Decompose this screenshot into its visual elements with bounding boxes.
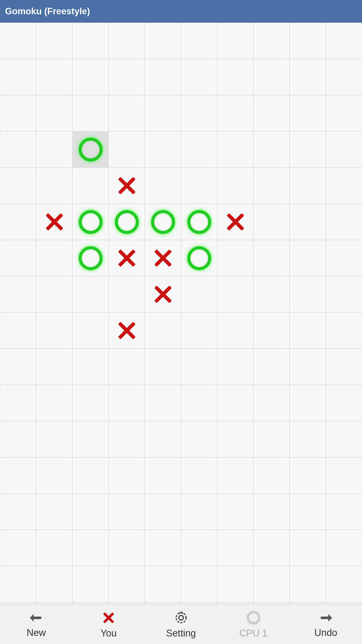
setting-button[interactable]: Setting xyxy=(145,604,217,644)
piece-7 xyxy=(217,204,253,240)
cpu-label: CPU 1 xyxy=(239,628,267,639)
piece-12 xyxy=(145,276,181,312)
gear-icon xyxy=(173,610,189,626)
piece-4 xyxy=(109,204,145,240)
o-piece xyxy=(79,210,103,234)
x-piece xyxy=(116,175,138,196)
piece-2 xyxy=(36,204,72,240)
new-label: New xyxy=(27,627,46,638)
x-piece xyxy=(152,284,174,305)
svg-point-29 xyxy=(176,613,186,623)
piece-8 xyxy=(72,240,109,276)
piece-13 xyxy=(109,312,145,349)
piece-11 xyxy=(181,240,217,276)
you-label: You xyxy=(101,628,117,639)
undo-icon xyxy=(317,610,335,625)
piece-3 xyxy=(72,204,109,240)
x-piece xyxy=(44,211,65,233)
cpu-icon xyxy=(245,610,262,626)
piece-5 xyxy=(145,204,181,240)
new-button[interactable]: New xyxy=(0,604,72,644)
o-piece xyxy=(115,210,139,234)
o-piece xyxy=(187,210,211,234)
game-board[interactable] xyxy=(0,23,362,604)
cpu-button[interactable]: CPU 1 xyxy=(217,604,290,644)
o-piece xyxy=(187,246,211,270)
bottom-bar: New You Setting CPU 1 Undo xyxy=(0,604,362,644)
x-piece xyxy=(116,248,138,269)
x-piece xyxy=(116,320,138,341)
you-icon xyxy=(101,610,117,626)
piece-6 xyxy=(181,204,217,240)
game-title: Gomoku (Freestyle) xyxy=(5,6,90,17)
piece-1 xyxy=(109,168,145,204)
o-piece xyxy=(79,246,103,270)
x-piece xyxy=(225,211,246,233)
grid-lines xyxy=(0,23,362,604)
piece-9 xyxy=(109,240,145,276)
o-piece xyxy=(151,210,175,234)
title-bar: Gomoku (Freestyle) xyxy=(0,0,362,23)
piece-0 xyxy=(72,131,109,168)
x-piece xyxy=(152,248,174,269)
o-piece xyxy=(79,138,103,162)
undo-button[interactable]: Undo xyxy=(290,604,362,644)
undo-label: Undo xyxy=(314,627,337,638)
setting-label: Setting xyxy=(166,628,196,639)
new-icon xyxy=(27,610,45,625)
you-button[interactable]: You xyxy=(72,604,145,644)
svg-point-28 xyxy=(179,616,183,620)
piece-10 xyxy=(145,240,181,276)
